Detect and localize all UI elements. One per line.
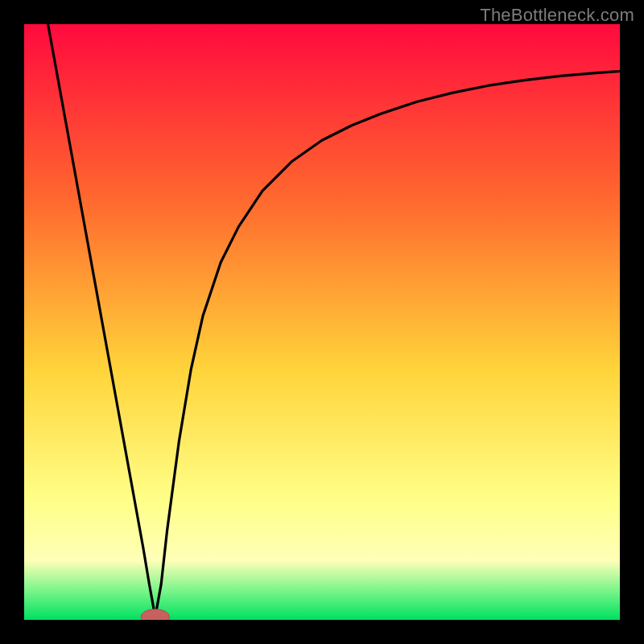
gradient-background: [24, 24, 620, 620]
chart-frame: [24, 24, 620, 620]
bottleneck-chart: [24, 24, 620, 620]
watermark-text: TheBottleneck.com: [480, 5, 634, 26]
